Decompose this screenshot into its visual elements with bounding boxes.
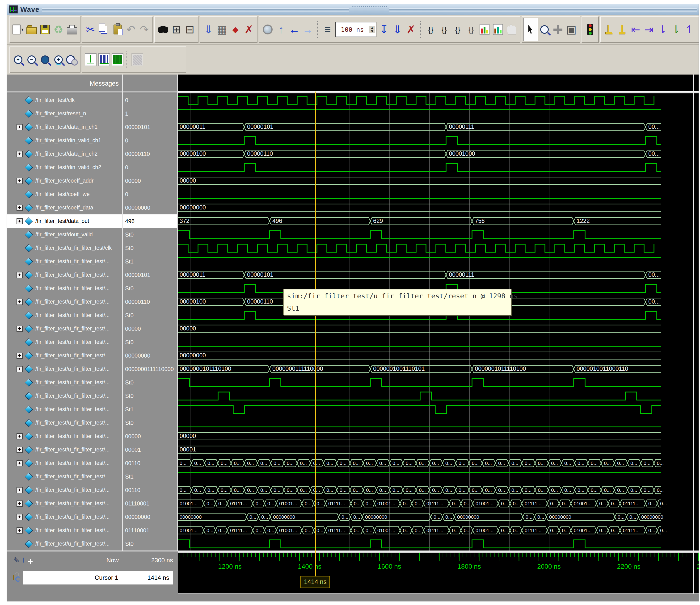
signal-row[interactable]: +/fir_filter_test/data_in_ch2 — [7, 147, 122, 161]
waveform-row[interactable]: 00001 — [178, 443, 699, 456]
step-current-button[interactable]: {} — [465, 18, 478, 41]
expander-icon[interactable]: + — [17, 326, 23, 332]
step-over-button[interactable]: {} — [438, 18, 451, 41]
step-out-button[interactable]: {} — [451, 18, 465, 41]
restart-button[interactable] — [261, 18, 274, 41]
new-file-button[interactable]: ▾ — [11, 18, 25, 41]
signal-row[interactable]: /fir_filter_test/din_valid_ch1 — [7, 134, 122, 147]
expander-icon[interactable]: + — [17, 178, 23, 184]
cursor-value-box[interactable]: 1414 ns — [122, 571, 173, 584]
signal-row[interactable]: /fir_filter_test/reset_n — [7, 107, 122, 120]
waveform-canvas[interactable]: 00000011000001010000011100...00000100000… — [178, 94, 699, 551]
print-button[interactable] — [65, 18, 79, 41]
waveform-row[interactable]: 00000 — [178, 174, 699, 187]
waveform-row[interactable]: 00000000 — [178, 349, 699, 362]
waveform-row[interactable] — [178, 107, 699, 120]
step-into-button[interactable]: {} — [424, 18, 438, 41]
run-button[interactable]: ↧ — [377, 18, 391, 41]
undo-button[interactable]: ↶ — [124, 18, 138, 41]
expander-icon[interactable]: + — [17, 460, 23, 466]
expander-icon[interactable]: + — [17, 501, 23, 507]
signal-row[interactable]: /fir_filter_test/din_valid_ch2 — [7, 161, 122, 174]
signal-step-disabled-button[interactable] — [144, 48, 157, 71]
copy-button[interactable] — [97, 18, 111, 41]
signal-row[interactable]: /fir_filter_test/dout_valid — [7, 228, 122, 241]
memory-profile-button[interactable] — [491, 18, 505, 41]
add-to-wave-button[interactable]: ⇓ — [202, 18, 215, 41]
add-cursor-button[interactable] — [27, 558, 27, 562]
waveform-row[interactable]: 00000 — [178, 429, 699, 443]
time-cursor-line[interactable] — [315, 91, 316, 576]
waveform-row[interactable] — [178, 161, 699, 174]
expander-icon[interactable]: + — [17, 151, 23, 157]
run-continue-button[interactable]: ⇓ — [391, 18, 404, 41]
signal-row[interactable]: +/fir_filter_test/u_fir_filter_test/... — [7, 322, 122, 335]
performance-profile-button[interactable] — [478, 18, 491, 41]
find-active-driver-button[interactable]: ◆ — [229, 18, 242, 41]
expander-icon[interactable]: + — [17, 124, 23, 130]
signal-row[interactable]: +/fir_filter_test/u_fir_filter_test/... — [7, 349, 122, 362]
signal-row[interactable]: +/fir_filter_test/data_out — [7, 214, 122, 228]
find-previous-falling-edge-button[interactable]: ⇂ — [656, 18, 669, 41]
window-icon[interactable] — [23, 558, 24, 562]
waveform-row[interactable]: 00000011000001010000011100... — [178, 268, 699, 282]
cursor-time-flag[interactable]: 1414 ns — [300, 576, 330, 588]
signal-row[interactable]: /fir_filter_test/u_fir_filter_test/... — [7, 389, 122, 403]
signal-row[interactable]: /fir_filter_test/u_fir_filter_test/... — [7, 416, 122, 429]
zoom-full-button[interactable] — [38, 48, 52, 71]
expander-icon[interactable]: + — [17, 272, 23, 278]
edit-mode-button[interactable]: ▣ — [565, 18, 578, 41]
run-all-button[interactable]: ✗ — [404, 18, 418, 41]
waveform-row[interactable]: 0000000101110100000000011111000000000010… — [178, 362, 699, 376]
waveform-row[interactable]: 00000100000001100000100000... — [178, 147, 699, 161]
waveform-row[interactable]: 3724966297561222 — [178, 214, 699, 228]
spinner-up-icon[interactable]: ▲ — [370, 26, 374, 29]
find-next-falling-edge-button[interactable]: ⇂ — [669, 18, 683, 41]
signal-row[interactable]: +/fir_filter_test/u_fir_filter_test/... — [7, 362, 122, 376]
signal-row[interactable]: /fir_filter_test/u_fir_filter_test/... — [7, 255, 122, 268]
expander-icon[interactable]: + — [17, 487, 23, 493]
signal-row[interactable]: +/fir_filter_test/coeff_data — [7, 201, 122, 214]
grid-tool-disabled-button[interactable] — [130, 48, 144, 71]
pan-mode-button[interactable] — [551, 18, 565, 41]
waveform-row[interactable] — [178, 241, 699, 255]
waveform-row[interactable]: 000000000...0...000000000...0...00000000… — [178, 510, 699, 524]
edge-step-left-disabled-button[interactable] — [157, 48, 171, 71]
expander-icon[interactable]: + — [17, 447, 23, 453]
cursor-tool-button[interactable] — [84, 48, 97, 71]
expander-icon[interactable]: + — [17, 205, 23, 211]
cursor-name-box[interactable]: Cursor 1 — [23, 571, 122, 584]
waveform-row[interactable] — [178, 134, 699, 147]
expander-icon[interactable]: + — [17, 433, 23, 440]
zoom-cursor-button[interactable]: + — [52, 48, 65, 71]
messages-column-header[interactable]: Messages — [7, 75, 122, 94]
signal-row[interactable]: +/fir_filter_test/u_fir_filter_test/... — [7, 510, 122, 524]
waveform-row[interactable] — [178, 403, 699, 416]
waveform-row[interactable] — [178, 389, 699, 403]
signal-row[interactable]: /fir_filter_test/u_fir_filter_test/... — [7, 309, 122, 322]
back-button[interactable]: ← — [288, 18, 301, 41]
goto-time-button[interactable]: ≡ — [321, 18, 334, 41]
signal-row[interactable]: /fir_filter_test/clk — [7, 94, 122, 107]
signal-row[interactable]: +/fir_filter_test/u_fir_filter_test/... — [7, 483, 122, 497]
find-button[interactable] — [156, 18, 170, 41]
signal-row[interactable]: +/fir_filter_test/coeff_addr — [7, 174, 122, 187]
expander-icon[interactable]: + — [17, 366, 23, 372]
waveform-row[interactable] — [178, 416, 699, 429]
zoom-in-button[interactable]: + — [11, 48, 25, 71]
signal-row[interactable]: +/fir_filter_test/u_fir_filter_test/... — [7, 429, 122, 443]
zoom-others-button[interactable] — [65, 48, 79, 71]
find-next-transition-button[interactable]: ⇥ — [643, 18, 656, 41]
insert-window-pane-button[interactable]: ▦ — [215, 18, 229, 41]
signal-row[interactable]: +/fir_filter_test/u_fir_filter_test/... — [7, 524, 122, 537]
waveform-row[interactable] — [178, 470, 699, 483]
signal-row[interactable]: /fir_filter_test/u_fir_filter_test/... — [7, 537, 122, 551]
expander-icon[interactable]: + — [17, 514, 23, 520]
wave-expand-green-button[interactable] — [111, 48, 124, 71]
waveform-row[interactable]: 00000 — [178, 322, 699, 335]
expander-icon[interactable]: + — [17, 527, 23, 533]
delete-selected-button[interactable]: ✗ — [242, 18, 256, 41]
find-previous-transition-button[interactable]: ⇤ — [629, 18, 643, 41]
expander-icon[interactable]: + — [17, 218, 23, 224]
simulate-options-button[interactable] — [583, 18, 597, 41]
